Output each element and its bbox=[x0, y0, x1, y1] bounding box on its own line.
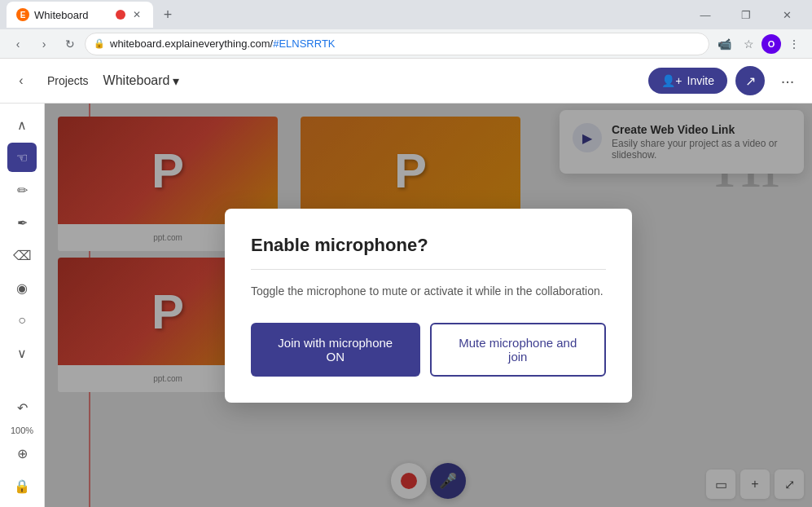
share-icon: ↗ bbox=[745, 73, 756, 89]
chevron-down-icon: ▾ bbox=[173, 73, 179, 89]
sidebar-shapes-tool[interactable]: ○ bbox=[7, 306, 37, 335]
sidebar-collapse-button[interactable]: ∧ bbox=[7, 110, 37, 139]
mute-microphone-join-button[interactable]: Mute microphone and join bbox=[430, 323, 606, 377]
address-bar: ‹ › ↻ 🔒 whiteboard.explaineverything.com… bbox=[0, 29, 812, 59]
invite-icon: 👤+ bbox=[661, 74, 682, 87]
enable-microphone-modal: Enable microphone? Toggle the microphone… bbox=[225, 209, 632, 403]
tab-title: Whiteboard bbox=[34, 9, 111, 21]
window-restore-button[interactable]: ❐ bbox=[727, 2, 765, 28]
invite-button[interactable]: 👤+ Invite bbox=[648, 68, 727, 94]
join-with-mic-on-button[interactable]: Join with microphone ON bbox=[251, 323, 420, 377]
modal-buttons: Join with microphone ON Mute microphone … bbox=[251, 323, 606, 377]
zoom-level-label: 100% bbox=[11, 425, 33, 435]
menu-icon[interactable]: ⋮ bbox=[783, 33, 805, 55]
zoom-in-button[interactable]: ⊕ bbox=[7, 439, 37, 468]
share-button[interactable]: ↗ bbox=[735, 66, 765, 95]
app-content: ‹ Projects Whiteboard ▾ 👤+ Invite ↗ ··· … bbox=[0, 59, 812, 507]
collapse-button[interactable]: ‹ bbox=[10, 69, 33, 92]
window-minimize-button[interactable]: — bbox=[687, 2, 724, 28]
back-button[interactable]: ‹ bbox=[7, 33, 29, 55]
bookmark-icon[interactable]: ☆ bbox=[737, 33, 760, 55]
title-bar: E Whiteboard ✕ + — ❐ ✕ bbox=[0, 0, 812, 29]
modal-divider bbox=[251, 269, 606, 270]
modal-overlay: Enable microphone? Toggle the microphone… bbox=[45, 104, 812, 507]
tab-close-button[interactable]: ✕ bbox=[130, 8, 143, 21]
new-tab-button[interactable]: + bbox=[156, 3, 179, 26]
browser-tab[interactable]: E Whiteboard ✕ bbox=[7, 2, 153, 28]
sidebar-eraser-tool[interactable]: ⌫ bbox=[7, 240, 37, 270]
reload-button[interactable]: ↻ bbox=[59, 33, 81, 55]
main-canvas: P ppt.com P ppt.com bbox=[45, 104, 812, 507]
profile-icon[interactable]: O bbox=[762, 34, 781, 54]
sidebar-fill-tool[interactable]: ◉ bbox=[7, 273, 37, 302]
modal-description: Toggle the microphone to mute or activat… bbox=[251, 283, 606, 300]
more-options-button[interactable]: ··· bbox=[773, 66, 802, 95]
sidebar-undo-button[interactable]: ↶ bbox=[7, 393, 37, 422]
lock-icon: 🔒 bbox=[94, 38, 105, 49]
app-header: ‹ Projects Whiteboard ▾ 👤+ Invite ↗ ··· bbox=[0, 59, 812, 104]
browser-toolbar-icons: 📹 ☆ O ⋮ bbox=[713, 33, 805, 55]
sidebar-expand-button[interactable]: ∨ bbox=[7, 338, 37, 368]
url-bar[interactable]: 🔒 whiteboard.explaineverything.com/#ELNS… bbox=[85, 33, 709, 55]
sidebar-hand-tool[interactable]: ☜ bbox=[7, 143, 37, 172]
tab-favicon: E bbox=[16, 8, 29, 21]
sidebar-pen-tool[interactable]: ✏ bbox=[7, 175, 37, 205]
app-body: ∧ ☜ ✏ ✒ ⌫ ◉ ○ ∨ ↶ 100% ⊕ 🔒 P bbox=[0, 104, 812, 507]
cast-icon[interactable]: 📹 bbox=[713, 33, 735, 55]
window-controls: — ❐ ✕ bbox=[687, 2, 805, 28]
window-close-button[interactable]: ✕ bbox=[768, 2, 805, 28]
forward-button[interactable]: › bbox=[33, 33, 55, 55]
lock-button[interactable]: 🔒 bbox=[7, 471, 37, 500]
modal-title: Enable microphone? bbox=[251, 235, 606, 256]
url-text: whiteboard.explaineverything.com/#ELNSRR… bbox=[110, 37, 336, 50]
projects-button[interactable]: Projects bbox=[41, 71, 95, 90]
tab-record-dot bbox=[116, 10, 125, 20]
sidebar: ∧ ☜ ✏ ✒ ⌫ ◉ ○ ∨ ↶ 100% ⊕ 🔒 bbox=[0, 104, 45, 507]
sidebar-marker-tool[interactable]: ✒ bbox=[7, 208, 37, 237]
whiteboard-title-button[interactable]: Whiteboard ▾ bbox=[103, 73, 180, 89]
